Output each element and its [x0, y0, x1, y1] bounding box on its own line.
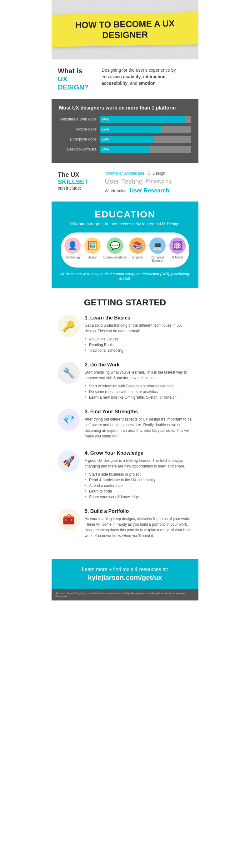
skill-ui-design: UI Design: [147, 171, 165, 176]
hero-section: HOW TO BECOME A UX DESIGNER: [51, 0, 199, 59]
step-item: 🚀 4. Grow Your Knowledge A good UX desig…: [58, 450, 192, 500]
education-section: EDUCATION 90% had a degree, but not necc…: [51, 202, 199, 288]
skills-row-1: Information Architecture UI Design: [105, 171, 192, 176]
stats-section: Most UX designers work on more than 1 pl…: [51, 99, 199, 163]
skill-wireframing: Wireframing: [105, 188, 127, 193]
skill-user-testing: User Testing: [105, 178, 143, 186]
getting-started-section: GETTING STARTED 🔑 1. Learn the Basics Ge…: [51, 288, 199, 559]
what-description: Designing for the user's experience by e…: [102, 67, 192, 87]
sources-text: Sources: https://nngroup.com/articles/ux…: [55, 592, 185, 598]
step-bullet: An Online Course: [85, 336, 192, 342]
stat-label: Mobile Apps: [59, 127, 100, 131]
step-description: As your learning keep designs, sketches …: [85, 516, 192, 538]
step-title: 1. Learn the Basics: [85, 315, 192, 321]
stat-bar: 54%: [100, 146, 149, 153]
stats-title: Most UX designers work on more than 1 pl…: [59, 105, 191, 111]
step-content: 1. Learn the Basics Get a solid understa…: [85, 315, 192, 353]
skills-row-2: User Testing Prototyping: [105, 178, 192, 186]
edu-icon-item: 💻 Computer Science: [149, 238, 166, 262]
edu-icon-circle: 🖼️: [84, 238, 101, 254]
step-bullet: Traditional schooling: [85, 348, 192, 353]
step-icon: 🔑: [58, 315, 80, 337]
stat-label: Desktop Software: [59, 147, 100, 151]
edu-icon-item: 📚 English: [129, 238, 146, 262]
step-item: 💎 3. Find Your Strengths After trying ou…: [58, 409, 192, 441]
edu-icon-circle: ⚛️: [169, 238, 186, 254]
skillset-title: The UX SKILLSET can include:: [58, 171, 99, 191]
edu-icon-label: Psychology: [64, 256, 80, 259]
step-title: 5. Build a Portfolio: [85, 508, 192, 514]
skills-row-3: Wireframing User Research: [105, 187, 192, 194]
step-item: 🔑 1. Learn the Basics Get a solid unders…: [58, 315, 192, 353]
stat-row: Websites & Web Apps 94%: [59, 116, 191, 123]
what-title-block: What is UX DESIGN?: [58, 67, 95, 91]
stat-bar: 94%: [100, 116, 185, 123]
step-bullet: Learn to code: [85, 489, 192, 494]
skill-prototyping: Prototyping: [146, 179, 171, 184]
step-title: 4. Grow Your Knowledge: [85, 450, 192, 456]
hero-card: HOW TO BECOME A UX DESIGNER: [51, 12, 199, 47]
stat-row: Mobile Apps 67%: [59, 126, 191, 133]
step-icon: 💎: [58, 409, 80, 431]
skillset-title-line2: SKILLSET: [58, 178, 99, 186]
cta-text: Learn more + find tools & resources at:: [58, 567, 192, 572]
stat-bar-value: 94%: [102, 117, 109, 121]
skillset-section: The UX SKILLSET can include: Information…: [51, 163, 199, 202]
step-bullet: Share your work & knowledge: [85, 494, 192, 500]
sources: Sources: https://nngroup.com/articles/ux…: [51, 589, 199, 600]
step-bullet: Read & participate in the UX community: [85, 477, 192, 483]
step-icon: 🚀: [58, 450, 80, 472]
step-content: 3. Find Your Strengths After trying out …: [85, 409, 192, 441]
stat-label: Websites & Web Apps: [59, 117, 100, 121]
education-icons-row: 👤 Psychology 🖼️ Design 💬 Communications …: [61, 232, 189, 268]
edu-icon-circle: 📚: [130, 238, 146, 254]
step-item: 🧰 5. Build a Portfolio As your learning …: [58, 508, 192, 541]
edu-icon-item: 💬 Communications: [104, 238, 126, 262]
step-bullet: Start wireframing with Balsamiq or your …: [85, 383, 192, 389]
stat-bar-value: 60%: [102, 137, 109, 142]
step-icon: 🔧: [58, 362, 80, 384]
step-bullet: Reading Books: [85, 342, 192, 348]
step-item: 🔧 2. Do the Work Start practicing what y…: [58, 362, 192, 400]
stat-bar-value: 67%: [102, 127, 109, 131]
skill-user-research: User Research: [130, 187, 169, 194]
step-icon: 🧰: [58, 508, 80, 530]
step-title: 3. Find Your Strengths: [85, 409, 192, 414]
edu-icon-item: 🖼️ Design: [84, 238, 101, 262]
edu-icon-circle: 💻: [149, 238, 166, 254]
skillset-title-line3: can include:: [58, 186, 99, 191]
stat-label: Enterprise Apps: [59, 137, 100, 142]
edu-icon-item: 👤 Psychology: [64, 238, 81, 262]
skillset-title-line1: The UX: [58, 171, 99, 178]
stat-bar: 67%: [100, 126, 161, 133]
edu-icon-circle: 💬: [107, 238, 123, 254]
edu-icon-item: ⚛️ & More!: [169, 238, 186, 262]
skill-information-architecture: Information Architecture: [105, 171, 144, 176]
step-content: 2. Do the Work Start practicing what you…: [85, 362, 192, 400]
stat-bar-container: 54%: [100, 146, 191, 153]
step-description: A good UX designer is a lifelong learner…: [85, 458, 192, 469]
edu-icon-circle: 👤: [64, 238, 81, 254]
education-note: UX designers wish they studied human com…: [58, 272, 192, 281]
edu-icon-label: & More!: [172, 256, 183, 259]
step-bullet: Do some research with users or analytics: [85, 389, 192, 395]
step-content: 5. Build a Portfolio As your learning ke…: [85, 508, 192, 541]
cta-link[interactable]: kylejlarson.com/get/ux: [58, 574, 192, 582]
education-title: EDUCATION: [58, 209, 192, 220]
hero-title: HOW TO BECOME A UX DESIGNER: [60, 18, 190, 41]
stat-row: Desktop Software 54%: [59, 146, 191, 153]
stat-row: Enterprise Apps 60%: [59, 136, 191, 143]
step-bullet: Learn a new tool like Omnigraffle, Sketc…: [85, 395, 192, 400]
stat-bar-container: 67%: [100, 126, 191, 133]
edu-icon-label: Communications: [103, 256, 127, 259]
stat-bar: 60%: [100, 136, 154, 143]
getting-started-title: GETTING STARTED: [58, 298, 192, 308]
edu-icon-label: English: [133, 256, 143, 259]
step-title: 2. Do the Work: [85, 362, 192, 368]
stats-bars: Websites & Web Apps 94% Mobile Apps 67% …: [59, 116, 191, 153]
steps-container: 🔑 1. Learn the Basics Get a solid unders…: [58, 315, 192, 541]
step-bullet: Start a side business or project: [85, 471, 192, 477]
step-content: 4. Grow Your Knowledge A good UX designe…: [85, 450, 192, 500]
stat-bar-container: 60%: [100, 136, 191, 143]
step-description: After trying out different aspects of UX…: [85, 416, 192, 439]
